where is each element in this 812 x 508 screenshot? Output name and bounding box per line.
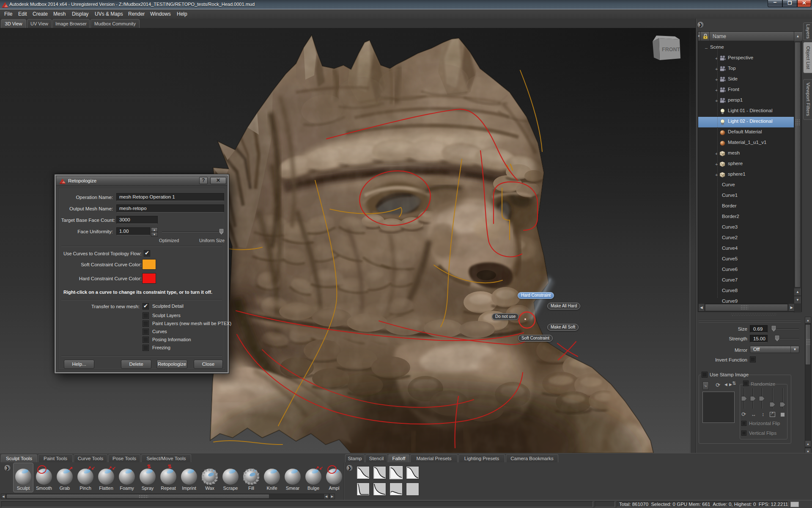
svg-text:FRONT: FRONT xyxy=(662,47,680,52)
